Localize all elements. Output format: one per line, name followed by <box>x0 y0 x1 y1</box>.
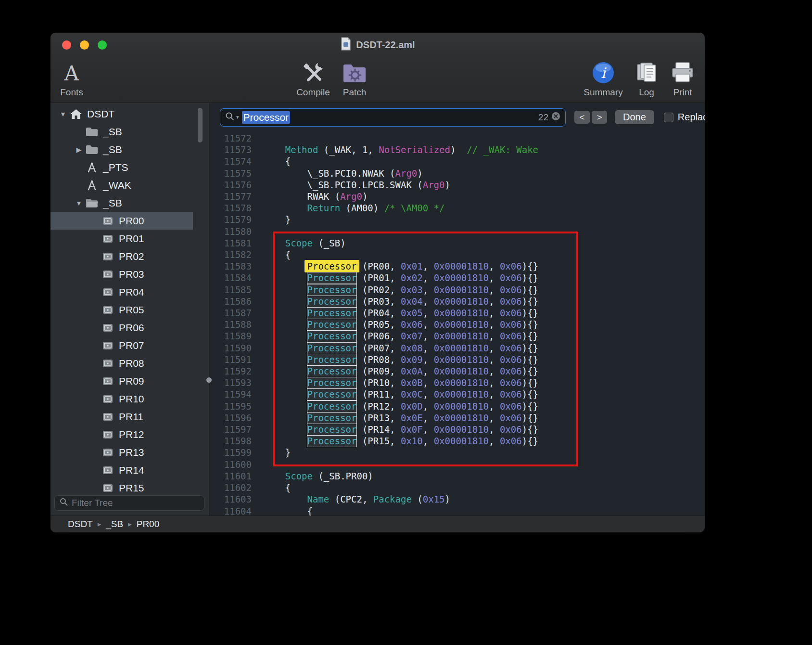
find-next-button[interactable]: > <box>592 111 607 124</box>
print-button[interactable]: Print <box>666 60 699 98</box>
find-previous-button[interactable]: < <box>574 111 590 124</box>
line-number: 11603 <box>210 493 252 505</box>
disclosure-closed-icon[interactable]: ▶ <box>73 146 85 154</box>
code-line: 11589 Processor (PR06, 0x07, 0x00001810,… <box>210 330 705 342</box>
tree-item-pr11[interactable]: PR11 <box>51 408 209 426</box>
fonts-button[interactable]: A Fonts <box>57 60 86 98</box>
filter-tree-placeholder: Filter Tree <box>72 498 113 508</box>
patch-folder-icon <box>342 61 368 87</box>
line-number: 11572 <box>210 132 252 144</box>
tree-item-pr05[interactable]: PR05 <box>51 301 209 319</box>
sidebar-scrollbar-thumb[interactable] <box>198 108 203 142</box>
line-number: 11582 <box>210 249 252 260</box>
disclosure-open-icon[interactable]: ▼ <box>73 199 85 207</box>
line-number: 11593 <box>210 377 252 388</box>
log-pages-icon <box>634 61 659 87</box>
folder-open-icon <box>85 198 99 208</box>
tree-item-pr03[interactable]: PR03 <box>51 265 209 283</box>
tree-item-label: PR08 <box>119 358 144 369</box>
code-editor[interactable]: 1157211573 Method (_WAK, 1, NotSerialize… <box>210 131 705 516</box>
tree-item-pr06[interactable]: PR06 <box>51 319 209 336</box>
disclosure-open-icon[interactable]: ▼ <box>57 110 69 118</box>
tree-item-sb[interactable]: ▼_SB <box>51 194 209 212</box>
code-line: 11579 } <box>210 214 705 225</box>
find-input[interactable]: ▾ Processor 22 <box>220 108 566 127</box>
log-button[interactable]: Log <box>631 60 662 98</box>
tree-item-label: _SB <box>103 144 122 155</box>
tree-item-label: PR02 <box>119 251 144 262</box>
summary-button[interactable]: i Summary <box>580 60 627 98</box>
tree-item-label: _WAK <box>103 180 131 191</box>
processor-icon <box>101 376 115 386</box>
code-line: 11604 { <box>210 505 705 516</box>
search-match: Processor <box>307 377 357 389</box>
tree-item-pr13[interactable]: PR13 <box>51 443 209 461</box>
line-number: 11573 <box>210 144 252 155</box>
tree-item-pr10[interactable]: PR10 <box>51 390 209 408</box>
tree-item-pr09[interactable]: PR09 <box>51 372 209 390</box>
tree-item-pr07[interactable]: PR07 <box>51 336 209 354</box>
tree-item-dsdt[interactable]: ▼DSDT <box>51 105 209 123</box>
search-match: Processor <box>307 412 357 424</box>
breadcrumb-item[interactable]: _SB <box>106 519 123 529</box>
window-title: DSDT-22.aml <box>356 39 415 51</box>
compile-button[interactable]: Compile <box>291 60 335 98</box>
search-match: Processor <box>307 330 357 342</box>
line-number: 11595 <box>210 400 252 412</box>
tree-item-pr01[interactable]: PR01 <box>51 230 209 247</box>
line-number: 11594 <box>210 388 252 400</box>
breadcrumb-separator-icon: ▸ <box>98 520 102 529</box>
tree-item-pr14[interactable]: PR14 <box>51 461 209 479</box>
tree-item-pr04[interactable]: PR04 <box>51 283 209 301</box>
search-match: Processor <box>307 307 357 319</box>
toolbar: A Fonts Compile <box>51 57 705 103</box>
replace-toggle[interactable]: Replace <box>664 112 705 123</box>
method-icon <box>85 180 99 191</box>
processor-icon <box>101 359 115 368</box>
breadcrumb-item[interactable]: PR00 <box>137 519 160 529</box>
close-window-button[interactable] <box>62 40 71 50</box>
zoom-window-button[interactable] <box>98 40 107 50</box>
code-line: 11599 } <box>210 447 705 458</box>
document-icon <box>340 37 352 53</box>
tree-item-pr02[interactable]: PR02 <box>51 247 209 265</box>
filter-tree-input[interactable]: Filter Tree <box>54 495 204 511</box>
pane-splitter-handle[interactable] <box>206 377 212 383</box>
line-number: 11590 <box>210 342 252 354</box>
tree-item-label: PR14 <box>119 464 144 476</box>
line-number: 11581 <box>210 237 252 249</box>
tree-item-pr12[interactable]: PR12 <box>51 426 209 443</box>
tree-item-sb[interactable]: _SB <box>51 123 209 141</box>
line-number: 11575 <box>210 168 252 179</box>
search-match-current: Processor <box>304 260 360 272</box>
line-number: 11584 <box>210 272 252 284</box>
search-match: Processor <box>307 388 357 400</box>
tree-item-label: PR15 <box>119 482 144 493</box>
line-number: 11585 <box>210 284 252 296</box>
processor-icon <box>101 270 115 279</box>
tree-item-sb[interactable]: ▶_SB <box>51 141 209 158</box>
code-line: 11578 Return (AM00) /* \AM00 */ <box>210 202 705 214</box>
breadcrumb-item[interactable]: DSDT <box>68 519 93 529</box>
tree-item-label: PR01 <box>119 233 144 245</box>
find-bar: ▾ Processor 22 < > Done Replace <box>210 103 705 131</box>
method-icon <box>85 162 99 173</box>
patch-button[interactable]: Patch <box>335 60 374 98</box>
tree-item-pr00[interactable]: PR00 <box>51 212 193 230</box>
tree-item-pr08[interactable]: PR08 <box>51 354 209 372</box>
tree-item-wak[interactable]: _WAK <box>51 176 209 194</box>
patch-label: Patch <box>335 87 374 98</box>
breadcrumb-separator-icon: ▸ <box>128 520 132 529</box>
minimize-window-button[interactable] <box>80 40 89 50</box>
replace-checkbox[interactable] <box>664 113 673 122</box>
fonts-icon: A <box>64 64 79 84</box>
clear-search-icon[interactable] <box>551 112 560 123</box>
tree-item-pts[interactable]: _PTS <box>51 158 209 176</box>
done-button[interactable]: Done <box>615 110 654 124</box>
tree-item-pr15[interactable]: PR15 <box>51 479 209 492</box>
search-menu-chevron-icon[interactable]: ▾ <box>236 114 239 120</box>
code-line: 11601 Scope (_SB.PR00) <box>210 470 705 482</box>
compile-label: Compile <box>291 87 335 98</box>
code-line: 11581 Scope (_SB) <box>210 237 705 249</box>
folder-icon <box>85 127 99 137</box>
